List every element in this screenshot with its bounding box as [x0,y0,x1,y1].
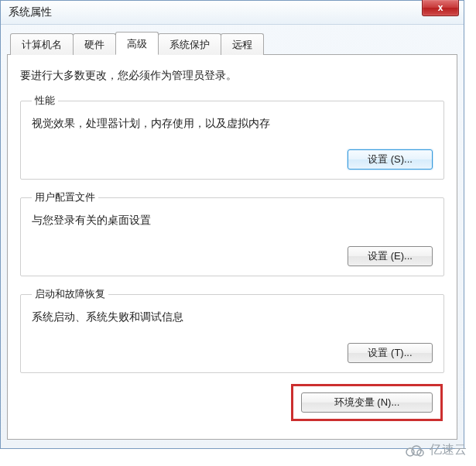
close-button[interactable]: x [422,0,459,16]
close-icon: x [438,2,443,13]
performance-desc: 视觉效果，处理器计划，内存使用，以及虚拟内存 [32,117,433,131]
tabs: 计算机名 硬件 高级 系统保护 远程 [7,31,457,54]
tab-system-protection[interactable]: 系统保护 [158,33,221,55]
env-vars-highlight-box: 环境变量 (N)... [291,384,443,421]
tab-advanced[interactable]: 高级 [115,32,159,55]
user-profiles-legend: 用户配置文件 [32,190,98,204]
tabs-area: 计算机名 硬件 高级 系统保护 远程 要进行大多数更改，您必须作为管理员登录。 … [7,31,457,440]
tab-computer-name[interactable]: 计算机名 [10,33,74,55]
environment-variables-button[interactable]: 环境变量 (N)... [301,392,433,413]
startup-recovery-desc: 系统启动、系统失败和调试信息 [32,310,433,324]
user-profiles-group: 用户配置文件 与您登录有关的桌面设置 设置 (E)... [20,190,444,276]
cloud-icon [403,444,425,457]
performance-settings-button[interactable]: 设置 (S)... [348,149,433,170]
performance-legend: 性能 [32,94,58,108]
admin-notice: 要进行大多数更改，您必须作为管理员登录。 [20,69,444,83]
env-vars-row: 环境变量 (N)... [20,384,444,421]
startup-recovery-group: 启动和故障恢复 系统启动、系统失败和调试信息 设置 (T)... [20,287,444,373]
watermark: 亿速云 [403,442,467,458]
user-profiles-settings-button[interactable]: 设置 (E)... [348,246,433,266]
window-title: 系统属性 [9,5,52,19]
user-profiles-desc: 与您登录有关的桌面设置 [32,214,433,228]
watermark-text: 亿速云 [430,442,467,458]
system-properties-window: 系统属性 x 计算机名 硬件 高级 系统保护 远程 要进行大多数更改，您必须作为… [0,0,464,449]
startup-recovery-settings-button[interactable]: 设置 (T)... [348,343,433,363]
tab-panel-advanced: 要进行大多数更改，您必须作为管理员登录。 性能 视觉效果，处理器计划，内存使用，… [7,54,457,440]
tab-remote[interactable]: 远程 [221,33,264,55]
titlebar: 系统属性 x [1,1,464,25]
startup-recovery-legend: 启动和故障恢复 [32,287,108,301]
svg-point-0 [406,448,414,456]
performance-group: 性能 视觉效果，处理器计划，内存使用，以及虚拟内存 设置 (S)... [20,94,444,180]
tab-hardware[interactable]: 硬件 [73,33,116,55]
